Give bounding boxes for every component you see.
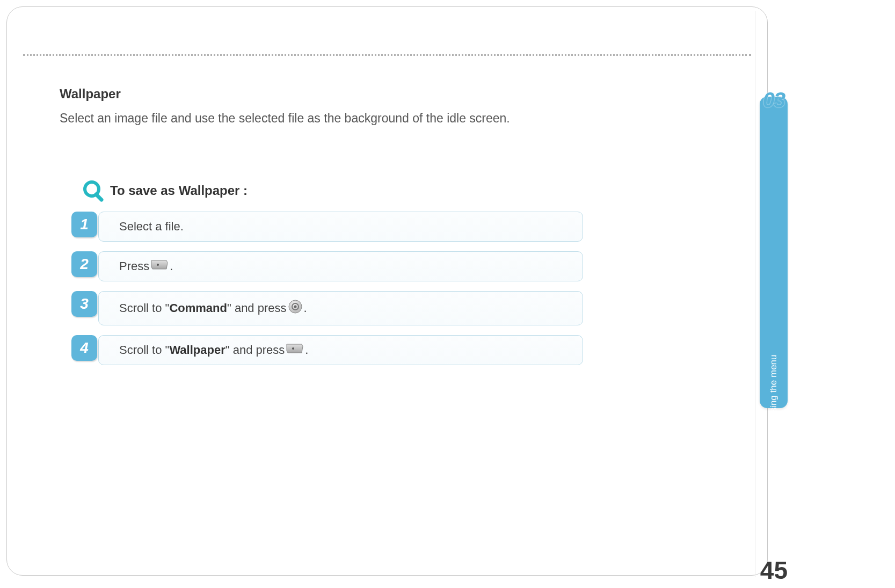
step-box: Press . (98, 251, 583, 281)
softkey-icon (150, 259, 169, 273)
step-number-badge: 1 (71, 212, 97, 237)
step-box: Scroll to "Wallpaper" and press . (98, 335, 583, 365)
step-text: . (305, 343, 308, 357)
step-row: 3Scroll to "Command" and press . (81, 291, 583, 325)
step-number-badge: 3 (71, 291, 97, 317)
magnifier-icon (81, 179, 104, 202)
section-title: Wallpaper (60, 86, 735, 101)
dotted-divider (23, 54, 751, 56)
procedure-header: To save as Wallpaper : (81, 179, 583, 202)
svg-point-5 (294, 306, 296, 308)
procedure-title: To save as Wallpaper : (110, 183, 248, 198)
step-text: Scroll to " (119, 301, 169, 315)
ok-button-icon (288, 299, 303, 317)
step-text: Press (119, 259, 149, 273)
page-frame: Wallpaper Select an image file and use t… (6, 6, 768, 576)
step-number-badge: 4 (71, 335, 97, 361)
step-text: . (170, 259, 173, 273)
softkey-icon (286, 343, 304, 357)
svg-line-1 (96, 194, 101, 200)
page-number: 45 (760, 556, 788, 585)
step-row: 2Press . (81, 251, 583, 281)
chapter-label: Using the menu (768, 354, 779, 418)
vertical-gutter-line (755, 11, 755, 577)
step-box: Scroll to "Command" and press . (98, 291, 583, 325)
step-text: . (304, 301, 307, 315)
procedure-block: To save as Wallpaper : 1Select a file.2P… (81, 179, 583, 365)
step-text: " and press (225, 343, 285, 357)
content-area: Wallpaper Select an image file and use t… (60, 86, 735, 375)
step-number-badge: 2 (71, 251, 97, 277)
chapter-tab: 03 Using the menu (760, 97, 788, 408)
step-row: 4Scroll to "Wallpaper" and press . (81, 335, 583, 365)
svg-point-6 (292, 347, 294, 350)
svg-point-2 (157, 264, 159, 266)
step-text-bold: Wallpaper (169, 343, 225, 357)
step-text: Scroll to " (119, 343, 169, 357)
chapter-number: 03 (763, 88, 785, 112)
step-text: " and press (227, 301, 287, 315)
section-description: Select an image file and use the selecte… (60, 111, 735, 126)
step-row: 1Select a file. (81, 212, 583, 242)
step-text: Select a file. (119, 220, 184, 234)
steps-container: 1Select a file.2Press .3Scroll to "Comma… (81, 212, 583, 365)
step-box: Select a file. (98, 212, 583, 242)
step-text-bold: Command (169, 301, 227, 315)
